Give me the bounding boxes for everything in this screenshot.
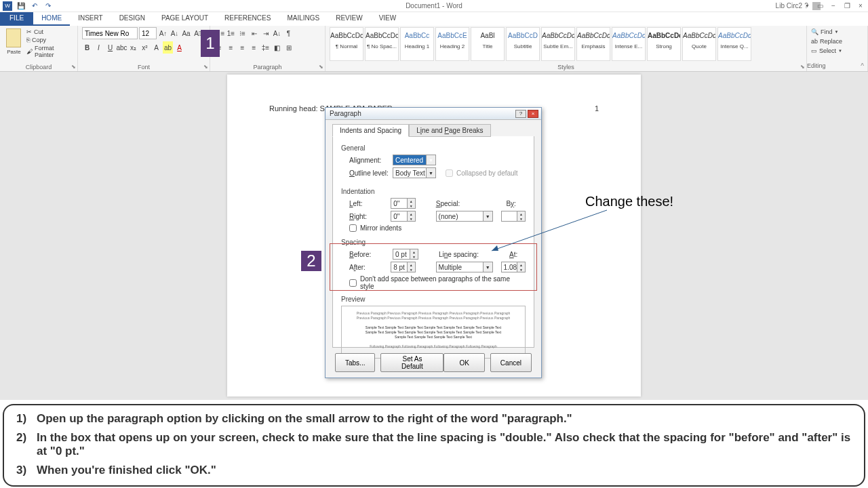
chevron-down-icon: ▼: [483, 262, 492, 272]
shrink-font-button[interactable]: A↓: [170, 27, 180, 39]
borders-button[interactable]: ⊞: [283, 41, 294, 54]
alignment-label: Alignment:: [349, 157, 389, 164]
style-item[interactable]: AaBbCcDcIntense Q...: [717, 27, 751, 61]
alignment-select[interactable]: Centered▼: [393, 155, 436, 165]
outline-select[interactable]: Body Text▼: [393, 167, 436, 178]
title-bar: W 💾 ↶ ↷ Document1 - Word Lib Circ2▼ ? ▭ …: [0, 0, 868, 12]
ribbon-display-icon[interactable]: ▭: [815, 2, 825, 9]
before-spinner[interactable]: 0 pt▲▼: [393, 249, 418, 260]
tabs-button[interactable]: Tabs...: [335, 353, 375, 372]
ok-button[interactable]: OK: [443, 353, 484, 372]
scissors-icon: ✂: [26, 28, 32, 35]
font-color-button[interactable]: A: [174, 41, 184, 54]
after-spinner[interactable]: 8 pt▲▼: [391, 262, 415, 272]
cancel-button[interactable]: Cancel: [490, 353, 532, 372]
style-item[interactable]: AaBlTitle: [471, 27, 505, 61]
set-default-button[interactable]: Set As Default: [380, 353, 443, 372]
text-effects-button[interactable]: A: [151, 41, 161, 54]
increase-indent-button[interactable]: ⇥: [260, 27, 271, 39]
page-number: 1: [595, 104, 599, 113]
style-item[interactable]: AaBbCcDc¶ Normal: [330, 27, 363, 61]
format-painter-button[interactable]: 🖌Format Painter: [26, 45, 73, 58]
styles-launcher[interactable]: ⬊: [800, 64, 805, 70]
collapse-ribbon-button[interactable]: ^: [861, 62, 864, 70]
restore-button[interactable]: ❐: [842, 2, 852, 9]
style-item[interactable]: AaBbCcDcEmphasis: [576, 27, 610, 61]
tab-design[interactable]: DESIGN: [111, 12, 153, 26]
font-launcher[interactable]: ⬊: [203, 64, 208, 70]
close-button[interactable]: ×: [856, 2, 865, 9]
paragraph-dialog: Paragraph ? × Indents and Spacing Line a…: [325, 107, 542, 378]
help-icon[interactable]: ?: [802, 2, 811, 9]
undo-icon[interactable]: ↶: [30, 1, 39, 11]
redo-icon[interactable]: ↷: [43, 1, 53, 11]
tab-review[interactable]: REVIEW: [328, 12, 370, 26]
tab-line-page-breaks[interactable]: Line and Page Breaks: [409, 124, 490, 137]
dialog-titlebar[interactable]: Paragraph ? ×: [326, 108, 541, 120]
decrease-indent-button[interactable]: ⇤: [249, 27, 259, 39]
dont-add-space-checkbox[interactable]: [349, 279, 357, 287]
paste-button[interactable]: Paste: [4, 27, 24, 61]
by-spinner[interactable]: ▲▼: [501, 211, 526, 222]
style-item[interactable]: AaBbCcEHeading 2: [435, 27, 469, 61]
style-item[interactable]: AaBbCcHeading 1: [400, 27, 434, 61]
underline-button[interactable]: U: [105, 41, 115, 54]
sort-button[interactable]: A↓: [272, 27, 282, 39]
tab-file[interactable]: FILE: [0, 12, 33, 26]
paragraph-launcher[interactable]: ⬊: [319, 64, 323, 70]
show-marks-button[interactable]: ¶: [283, 27, 294, 39]
find-button[interactable]: 🔍Find▼: [811, 27, 863, 37]
superscript-button[interactable]: x²: [140, 41, 150, 54]
italic-button[interactable]: I: [94, 41, 104, 54]
copy-icon: ⎘: [26, 37, 30, 43]
font-size-select[interactable]: [139, 27, 157, 39]
collapsed-checkbox: [446, 169, 453, 177]
multilevel-button[interactable]: ⁝≡: [237, 27, 248, 39]
style-item[interactable]: AaBbCcDcSubtle Em...: [541, 27, 575, 61]
change-case-button[interactable]: Aa: [181, 27, 191, 39]
tab-view[interactable]: VIEW: [371, 12, 405, 26]
left-indent-spinner[interactable]: 0"▲▼: [391, 198, 415, 209]
style-item[interactable]: AaBbCcDcQuote: [682, 27, 716, 61]
copy-button[interactable]: ⎘Copy: [26, 37, 73, 43]
grow-font-button[interactable]: A↑: [158, 27, 168, 39]
select-icon: ▭: [811, 47, 817, 54]
numbering-button[interactable]: 1≡: [226, 27, 236, 39]
style-item[interactable]: AaBbCcDcStrong: [647, 27, 681, 61]
dialog-help-button[interactable]: ?: [515, 110, 526, 118]
style-item[interactable]: AaBbCcDSubtitle: [506, 27, 540, 61]
right-indent-spinner[interactable]: 0"▲▼: [391, 211, 415, 222]
style-item[interactable]: AaBbCcDcIntense E...: [612, 27, 646, 61]
shading-button[interactable]: ◧: [272, 41, 282, 54]
tab-mailings[interactable]: MAILINGS: [279, 12, 328, 26]
replace-button[interactable]: abReplace: [811, 37, 863, 46]
special-select[interactable]: (none)▼: [436, 211, 493, 222]
strike-button[interactable]: abc: [117, 41, 127, 54]
style-item[interactable]: AaBbCcDc¶ No Spac...: [365, 27, 399, 61]
save-icon[interactable]: 💾: [16, 1, 26, 11]
tab-references[interactable]: REFERENCES: [216, 12, 279, 26]
line-spacing-button[interactable]: ‡≡: [260, 41, 271, 54]
select-button[interactable]: ▭Select▼: [811, 46, 863, 56]
dialog-close-button[interactable]: ×: [528, 110, 538, 118]
line-spacing-select[interactable]: Multiple▼: [436, 262, 493, 272]
bold-button[interactable]: B: [82, 41, 92, 54]
at-spinner[interactable]: 1.08▲▼: [501, 262, 526, 272]
justify-button[interactable]: ≡: [249, 41, 259, 54]
clipboard-launcher[interactable]: ⬊: [71, 64, 76, 70]
highlight-button[interactable]: ab: [163, 41, 173, 54]
mirror-indents-checkbox[interactable]: [349, 224, 357, 232]
tab-insert[interactable]: INSERT: [70, 12, 111, 26]
tab-page-layout[interactable]: PAGE LAYOUT: [153, 12, 216, 26]
brush-icon: 🖌: [26, 48, 33, 55]
minimize-button[interactable]: −: [829, 2, 838, 9]
align-right-button[interactable]: ≡: [237, 41, 248, 54]
tab-home[interactable]: HOME: [33, 12, 70, 26]
replace-icon: ab: [811, 38, 818, 45]
align-center-button[interactable]: ≡: [226, 41, 236, 54]
font-name-select[interactable]: [82, 27, 138, 39]
tab-indents-spacing[interactable]: Indents and Spacing: [332, 124, 409, 137]
change-these-annotation: Change these!: [585, 194, 673, 209]
cut-button[interactable]: ✂Cut: [26, 28, 73, 35]
subscript-button[interactable]: x₂: [128, 41, 138, 54]
